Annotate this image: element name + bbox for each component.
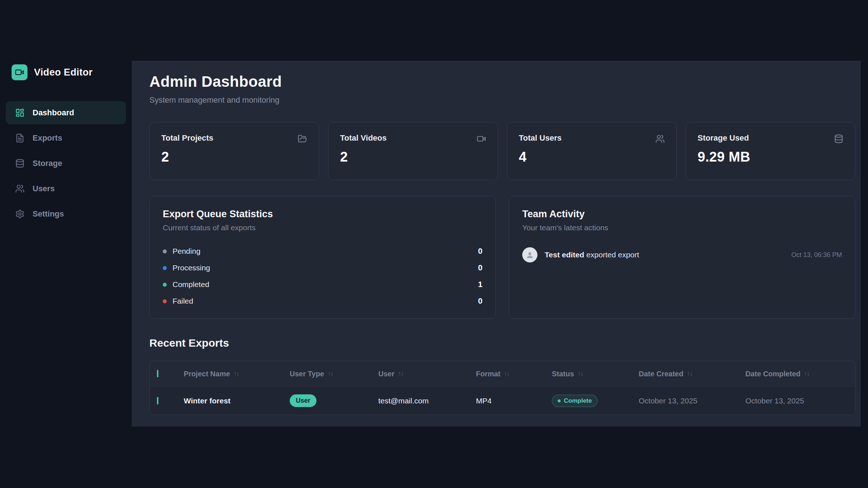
sort-arrows-icon: ↑↓ [504,370,510,377]
column-header-user[interactable]: User ↑↓ [378,370,476,378]
select-all-checkbox[interactable] [157,370,158,377]
stat-value: 4 [519,149,665,165]
queue-value: 0 [478,296,482,306]
row-checkbox[interactable] [157,397,158,404]
status-label: Complete [564,397,592,404]
queue-label: Processing [173,264,210,272]
status-dot-icon [558,399,561,402]
database-icon [834,134,843,144]
database-icon [15,159,25,168]
brand[interactable]: Video Editor [6,64,126,80]
column-header-date-completed[interactable]: Date Completed ↑↓ [745,370,855,378]
queue-rows: Pending 0 Processing 0 Completed 1 [163,243,482,309]
stat-label: Total Users [519,133,562,143]
column-label: Project Name [184,370,230,378]
column-header-status[interactable]: Status ↑↓ [552,370,639,378]
column-label: User Type [290,370,324,378]
sort-arrows-icon: ↑↓ [328,370,333,377]
activity-item: Test edited exported export Oct 13, 06:3… [522,247,842,262]
sidebar: Video Editor Dashboard Exports Storage [0,0,132,488]
queue-label: Failed [173,297,193,305]
sidebar-item-storage[interactable]: Storage [6,152,126,175]
stat-label: Storage Used [698,133,749,143]
cell-format: MP4 [476,397,552,405]
sort-arrows-icon: ↑↓ [578,370,583,377]
queue-row-completed: Completed 1 [163,276,482,293]
stat-card-storage-used: Storage Used 9.29 MB [686,122,855,180]
cell-date-completed: October 13, 2025 [745,397,855,405]
file-text-icon [15,133,25,143]
export-queue-card: Export Queue Statistics Current status o… [149,196,496,319]
main-content: Admin Dashboard System management and mo… [132,61,861,427]
completed-dot-icon [163,283,167,287]
sort-arrows-icon: ↑↓ [687,370,692,377]
page-subtitle: System management and monitoring [149,95,855,105]
pending-dot-icon [163,249,167,253]
card-title: Export Queue Statistics [163,209,482,220]
column-label: Format [476,370,501,378]
queue-label: Completed [173,280,209,289]
queue-row-pending: Pending 0 [163,243,482,260]
avatar [522,247,537,262]
stat-card-total-projects: Total Projects 2 [149,122,319,180]
sidebar-nav: Dashboard Exports Storage Users [6,101,126,226]
queue-row-processing: Processing 0 [163,260,482,276]
card-subtitle: Current status of all exports [163,223,482,232]
team-activity-card: Team Activity Your team's latest actions… [509,196,855,319]
cell-project-name: Winter forest [184,397,290,405]
video-camera-logo-icon [12,64,27,80]
column-header-user-type[interactable]: User Type ↑↓ [290,370,378,378]
sidebar-item-settings[interactable]: Settings [6,202,126,226]
status-badge: Complete [552,395,597,407]
table-header-row: Project Name ↑↓ User Type ↑↓ User ↑↓ For… [150,361,855,386]
processing-dot-icon [163,266,167,270]
user-type-badge: User [290,394,316,407]
sort-arrows-icon: ↑↓ [804,370,809,377]
stat-value: 2 [161,149,307,165]
cell-date-created: October 13, 2025 [639,397,745,405]
users-icon [655,134,665,144]
column-header-date-created[interactable]: Date Created ↑↓ [639,370,745,378]
stat-value: 2 [340,149,486,165]
card-subtitle: Your team's latest actions [522,223,842,232]
queue-value: 0 [478,263,482,273]
table-row: Winter forest User test@mail.com MP4 Com… [150,386,855,415]
users-icon [15,184,25,193]
stats-row: Total Projects 2 Total Videos 2 [149,122,855,180]
sidebar-item-label: Dashboard [33,108,74,117]
column-label: User [378,370,394,378]
page: Video Editor Dashboard Exports Storage [0,0,868,488]
sidebar-item-label: Exports [33,133,62,143]
column-label: Date Completed [745,370,800,378]
column-label: Date Created [639,370,683,378]
sort-arrows-icon: ↑↓ [234,370,239,377]
stat-label: Total Projects [161,133,213,143]
activity-timestamp: Oct 13, 06:36 PM [791,251,842,259]
failed-dot-icon [163,299,167,303]
cell-user-email: test@mail.com [378,397,476,405]
brand-name: Video Editor [34,67,93,78]
card-title: Team Activity [522,209,842,220]
sidebar-item-label: Storage [33,159,62,168]
queue-row-failed: Failed 0 [163,293,482,309]
recent-exports-title: Recent Exports [149,337,855,349]
sidebar-item-label: Settings [33,209,64,219]
page-title: Admin Dashboard [149,73,855,90]
queue-value: 0 [478,247,482,256]
sort-arrows-icon: ↑↓ [398,370,403,377]
video-camera-icon [477,134,486,144]
sidebar-item-exports[interactable]: Exports [6,127,126,150]
middle-row: Export Queue Statistics Current status o… [149,196,855,319]
stat-label: Total Videos [340,133,387,143]
sidebar-item-users[interactable]: Users [6,177,126,200]
column-header-project-name[interactable]: Project Name ↑↓ [184,370,290,378]
column-label: Status [552,370,574,378]
stat-card-total-users: Total Users 4 [507,122,677,180]
stat-card-total-videos: Total Videos 2 [328,122,498,180]
main-column: Admin Dashboard System management and mo… [132,0,868,488]
sidebar-item-dashboard[interactable]: Dashboard [6,101,126,124]
activity-action: exported export [586,251,639,259]
queue-label: Pending [173,247,200,256]
dashboard-grid-icon [15,108,25,117]
column-header-format[interactable]: Format ↑↓ [476,370,552,378]
